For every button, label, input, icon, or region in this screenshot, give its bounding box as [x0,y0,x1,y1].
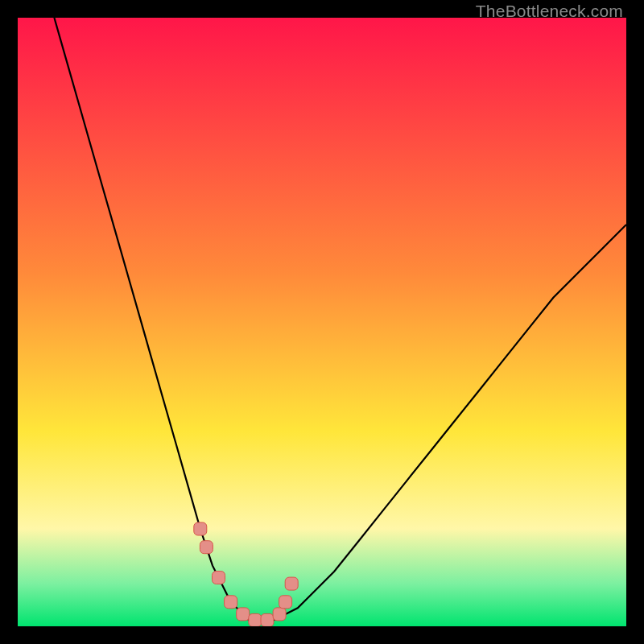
watermark-label: TheBottleneck.com [476,2,623,21]
curve-marker [194,522,207,535]
curve-marker [249,613,262,626]
curve-marker [237,608,250,621]
curve-marker [285,577,298,590]
curve-marker [279,596,292,609]
bottleneck-chart [18,18,626,626]
curve-marker [261,613,274,626]
curve-marker [225,596,237,609]
curve-marker [213,572,225,584]
gradient-background [18,18,626,626]
curve-marker [200,541,213,554]
curve-marker [273,608,286,621]
chart-frame [18,18,626,626]
